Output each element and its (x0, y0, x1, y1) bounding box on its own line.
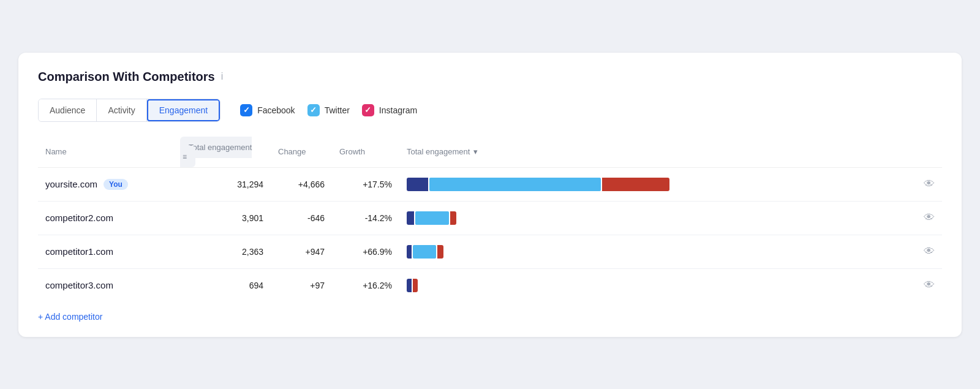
comparison-card: Comparison With Competitors i Audience A… (18, 53, 962, 337)
table-row: competitor2.com 3,901 -646 -14.2% 👁 (38, 201, 942, 235)
bar-container-competitor2 (407, 211, 909, 225)
table-header-row: Name Total engagement ≡ Change Growth To… (38, 137, 942, 168)
card-title: Comparison With Competitors (38, 70, 215, 84)
cell-growth-yoursite: +17.5% (332, 167, 399, 201)
checkbox-facebook: ✓ (240, 104, 252, 116)
cell-eye-yoursite[interactable]: 👁 (916, 167, 942, 201)
bar-instagram-competitor2 (450, 211, 456, 225)
tabs-and-filters: Audience Activity Engagement ✓ Facebook … (38, 99, 942, 122)
cell-change-competitor3: +97 (271, 268, 332, 302)
bar-twitter-yoursite (429, 178, 601, 191)
site-name-yoursite: yoursite.com (45, 179, 97, 189)
tab-group: Audience Activity Engagement (38, 99, 221, 122)
cell-growth-competitor2: -14.2% (332, 201, 399, 235)
tab-audience[interactable]: Audience (39, 99, 97, 121)
sort-icon: ≡ (183, 153, 187, 161)
cell-total-competitor3: 694 (173, 268, 271, 302)
checkbox-twitter: ✓ (307, 104, 320, 116)
comparison-table: Name Total engagement ≡ Change Growth To… (38, 137, 942, 302)
you-badge: You (104, 179, 128, 190)
bar-facebook-competitor2 (407, 211, 414, 225)
th-bar-engagement[interactable]: Total engagement ▾ (399, 137, 916, 168)
tab-engagement[interactable]: Engagement (147, 99, 220, 121)
site-name-competitor3: competitor3.com (45, 280, 113, 290)
checkbox-instagram: ✓ (362, 104, 374, 116)
cell-change-competitor1: +947 (271, 235, 332, 268)
cell-name-yoursite: yoursite.com You (38, 167, 173, 201)
cell-eye-competitor3[interactable]: 👁 (916, 268, 942, 302)
th-name: Name (38, 137, 173, 168)
th-bar-label: Total engagement ▾ (407, 147, 909, 156)
filter-twitter-label: Twitter (325, 105, 350, 115)
bar-container-competitor3 (407, 279, 909, 292)
filter-instagram[interactable]: ✓ Instagram (362, 104, 417, 116)
table-row: competitor3.com 694 +97 +16.2% 👁 (38, 268, 942, 302)
bar-twitter-competitor1 (413, 245, 436, 259)
bar-facebook-competitor3 (407, 279, 412, 292)
filter-instagram-label: Instagram (379, 105, 417, 115)
eye-icon-yoursite[interactable]: 👁 (924, 178, 935, 190)
card-header: Comparison With Competitors i (38, 70, 942, 84)
th-change: Change (271, 137, 332, 168)
cell-bar-competitor3 (399, 268, 916, 302)
bar-facebook-yoursite (407, 178, 428, 191)
bar-twitter-competitor2 (415, 211, 449, 225)
th-growth: Growth (332, 137, 399, 168)
cell-growth-competitor1: +66.9% (332, 235, 399, 268)
eye-icon-competitor3[interactable]: 👁 (924, 279, 935, 291)
cell-growth-competitor3: +16.2% (332, 268, 399, 302)
th-total-engagement[interactable]: Total engagement ≡ (173, 137, 271, 168)
th-engagement-sorted-label: Total engagement ≡ (180, 137, 252, 167)
checkmark-instagram: ✓ (364, 105, 371, 115)
cell-name-competitor3: competitor3.com (38, 268, 173, 302)
add-competitor-link[interactable]: + Add competitor (38, 302, 942, 322)
bar-instagram-competitor1 (437, 245, 443, 259)
checkmark-facebook: ✓ (243, 105, 250, 115)
tab-activity[interactable]: Activity (97, 99, 146, 121)
table-row: yoursite.com You 31,294 +4,666 +17.5% 👁 (38, 167, 942, 201)
filter-twitter[interactable]: ✓ Twitter (307, 104, 350, 116)
th-eye (916, 137, 942, 168)
table-row: competitor1.com 2,363 +947 +66.9% 👁 (38, 235, 942, 268)
checkmark-twitter: ✓ (310, 105, 317, 115)
site-name-competitor1: competitor1.com (45, 246, 113, 257)
cell-bar-competitor1 (399, 235, 916, 268)
cell-bar-competitor2 (399, 201, 916, 235)
filter-facebook[interactable]: ✓ Facebook (240, 104, 295, 116)
eye-icon-competitor1[interactable]: 👁 (924, 245, 935, 257)
add-competitor-label[interactable]: + Add competitor (38, 312, 102, 322)
filter-group: ✓ Facebook ✓ Twitter ✓ Instagram (240, 104, 417, 116)
cell-total-yoursite: 31,294 (173, 167, 271, 201)
cell-total-competitor1: 2,363 (173, 235, 271, 268)
cell-bar-yoursite (399, 167, 916, 201)
info-icon[interactable]: i (221, 71, 224, 82)
cell-change-competitor2: -646 (271, 201, 332, 235)
site-name-competitor2: competitor2.com (45, 213, 113, 223)
bar-container-competitor1 (407, 245, 909, 259)
cell-eye-competitor2[interactable]: 👁 (916, 201, 942, 235)
cell-name-competitor2: competitor2.com (38, 201, 173, 235)
bar-instagram-yoursite (602, 178, 669, 191)
bar-facebook-competitor1 (407, 245, 412, 259)
cell-name-competitor1: competitor1.com (38, 235, 173, 268)
eye-icon-competitor2[interactable]: 👁 (924, 211, 935, 224)
filter-facebook-label: Facebook (257, 105, 295, 115)
bar-container-yoursite (407, 178, 909, 191)
cell-change-yoursite: +4,666 (271, 167, 332, 201)
dropdown-icon: ▾ (473, 147, 478, 156)
cell-total-competitor2: 3,901 (173, 201, 271, 235)
bar-instagram-competitor3 (413, 279, 418, 292)
cell-eye-competitor1[interactable]: 👁 (916, 235, 942, 268)
